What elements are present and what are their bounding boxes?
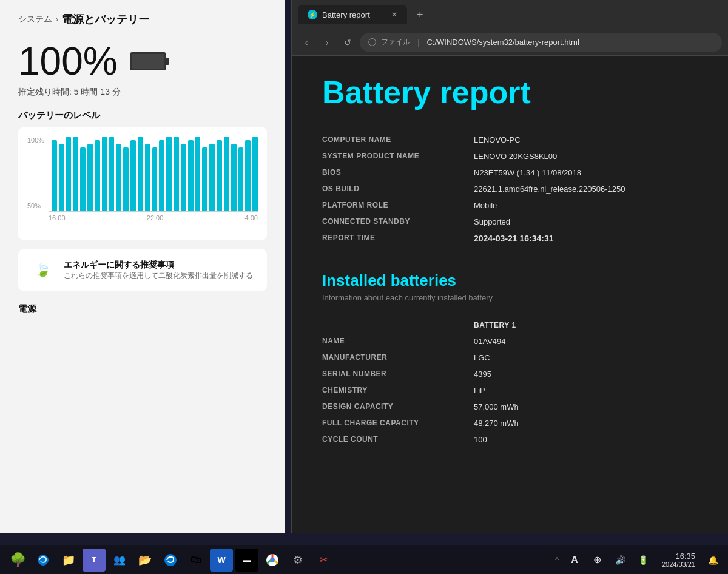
battery-field-label: CYCLE COUNT [322,435,474,444]
chart-bar-23 [217,140,222,211]
snip-taskbar-icon[interactable]: ✂ [312,549,335,572]
chart-bar-13 [145,144,150,211]
battery-col-empty [322,321,474,329]
chart-bar-11 [130,140,136,211]
chart-y-50: 50% [27,202,49,209]
back-icon: ‹ [305,38,308,47]
forward-button[interactable]: › [318,34,335,51]
chart-bar-2 [66,137,72,211]
chrome-taskbar-icon[interactable] [261,549,284,572]
battery-header-row: BATTERY 1 [322,317,698,333]
font-icon[interactable]: A [565,550,584,570]
browser-toolbar: ‹ › ↺ ⓘ ファイル | C:/WINDOWS/system32/batte… [292,29,728,56]
edge-taskbar-icon[interactable] [32,549,55,572]
address-bar[interactable]: ⓘ ファイル | C:/WINDOWS/system32/battery-rep… [360,33,722,52]
browser-tab-active[interactable]: ⚡ Battery report ✕ [298,5,407,24]
store-taskbar-icon[interactable]: 🛍 [184,549,207,572]
chart-bar-17 [174,137,179,211]
info-label: SYSTEM PRODUCT NAME [322,152,474,161]
info-label: REPORT TIME [322,234,474,243]
chart-bar-27 [245,140,251,211]
settings-panel: システム › 電源とバッテリー 100% 推定残り時間: 5 時間 13 分 バ… [0,0,285,533]
explorer-taskbar-icon[interactable]: 📁 [57,549,80,572]
battery-field-label: SERIAL NUMBER [322,370,474,379]
notification-bell-icon[interactable]: 🔔 [704,551,722,569]
energy-recommendations-card[interactable]: 🍃 エネルギーに関する推奨事項 これらの推奨事項を適用して二酸化炭素排出量を削減… [18,249,267,291]
chart-bar-14 [152,147,158,211]
tab-title: Battery report [322,10,370,19]
battery-chart: 100% 50% 16:00 22:00 4:00 [27,137,258,234]
msedge-taskbar-icon[interactable] [159,549,182,572]
clock-time: 16:35 [662,552,695,561]
info-row: PLATFORM ROLE Mobile [322,197,698,214]
word-taskbar-icon[interactable]: W [210,549,233,572]
power-section-title: 電源 [18,303,267,315]
chart-bar-6 [95,140,100,211]
chart-bars-container [49,137,258,212]
browser-window: ⚡ Battery report ✕ + ‹ › ↺ ⓘ ファイル | C:/W… [291,0,728,533]
taskbar-clock[interactable]: 16:35 2024/03/21 [657,549,700,570]
energy-card-desc: これらの推奨事項を適用して二酸化炭素排出量を削減する [64,271,253,281]
estimated-time-label: 推定残り時間: [18,87,72,96]
chart-bar-19 [188,140,194,211]
battery-field-value: 100 [474,435,487,444]
energy-text: エネルギーに関する推奨事項 これらの推奨事項を適用して二酸化炭素排出量を削減する [64,260,253,281]
info-value: 22621.1.amd64fre.ni_release.220506-1250 [474,184,625,194]
chart-x-labels: 16:00 22:00 4:00 [49,212,258,221]
breadcrumb-chevron: › [56,15,58,24]
teams2-taskbar-icon[interactable]: 👥 [108,549,131,572]
tab-close-button[interactable]: ✕ [391,10,397,19]
chart-bar-1 [59,144,64,211]
language-icon[interactable]: ⊕ [588,550,607,570]
svg-point-1 [164,554,177,566]
tray-chevron[interactable]: ^ [553,553,561,567]
info-label: COMPUTER NAME [322,135,474,144]
report-content: Battery report COMPUTER NAME LENOVO-PC S… [292,56,728,533]
svg-point-0 [38,555,49,566]
system-info-table: COMPUTER NAME LENOVO-PC SYSTEM PRODUCT N… [322,132,698,247]
info-value: LENOVO 20KGS8KL00 [474,152,557,161]
battery-percentage-display: 100% [18,39,267,84]
battery-row: FULL CHARGE CAPACITY 48,270 mWh [322,415,698,431]
estimated-time: 推定残り時間: 5 時間 13 分 [18,87,267,98]
info-label: OS BUILD [322,184,474,194]
lock-icon: ⓘ [368,37,376,48]
chart-bar-26 [238,147,244,211]
chart-bar-4 [80,147,86,211]
battery-field-value: LiP [474,386,485,395]
volume-icon[interactable]: 🔊 [611,550,630,570]
info-value: Mobile [474,201,497,210]
settings-taskbar-icon[interactable]: ⚙ [286,549,309,572]
breadcrumb-system: システム [18,14,52,25]
battery-field-value: LGC [474,353,490,362]
back-button[interactable]: ‹ [298,34,315,51]
chart-bar-20 [195,137,201,211]
taskbar-start-area: 🌳 📁 T 👥 📂 🛍 W ▬ ⚙ ✂ [6,549,553,572]
report-title: Battery report [322,74,698,110]
battery-level-title: バッテリーのレベル [18,110,267,121]
refresh-button[interactable]: ↺ [339,34,356,51]
battery-row: SERIAL NUMBER 4395 [322,366,698,382]
filemanager-taskbar-icon[interactable]: 📂 [133,549,157,572]
terminal-taskbar-icon[interactable]: ▬ [235,549,258,572]
info-value: Supported [474,217,510,226]
battery-field-value: 57,000 mWh [474,402,519,411]
refresh-icon: ↺ [344,38,351,47]
browser-titlebar: ⚡ Battery report ✕ + [292,0,728,29]
taskbar: 🌳 📁 T 👥 📂 🛍 W ▬ ⚙ ✂ ^ A ⊕ 🔊 🔋 16:35 2024… [0,545,728,574]
teams-taskbar-icon[interactable]: T [83,549,106,572]
battery-row: MANUFACTURER LGC [322,349,698,366]
battery-taskbar-icon[interactable]: 🔋 [634,550,653,570]
battery-row: DESIGN CAPACITY 57,000 mWh [322,399,698,415]
chart-bar-3 [73,137,78,211]
start-tree-icon[interactable]: 🌳 [6,549,29,572]
info-row: BIOS N23ET59W (1.34 ) 11/08/2018 [322,164,698,181]
new-tab-button[interactable]: + [412,6,428,24]
chart-bar-16 [166,137,172,211]
battery-row: CHEMISTRY LiP [322,382,698,399]
info-row: OS BUILD 22621.1.amd64fre.ni_release.220… [322,181,698,197]
taskbar-right: ^ A ⊕ 🔊 🔋 16:35 2024/03/21 🔔 [553,549,722,570]
battery-percent-value: 100% [18,39,118,84]
battery-row: NAME 01AV494 [322,333,698,349]
battery-field-label: FULL CHARGE CAPACITY [322,419,474,428]
